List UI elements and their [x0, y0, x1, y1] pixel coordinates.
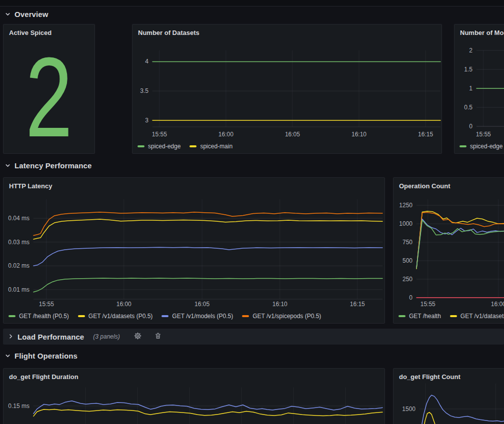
panel-number-of-models: Number of Models 15:5516:0016:0516:1016:…: [454, 24, 504, 154]
legend-swatch: [8, 315, 16, 317]
chart-http-latency[interactable]: 15:5516:0016:0516:1016:150.01 ms0.02 ms0…: [4, 178, 385, 324]
legend-swatch: [450, 315, 457, 317]
y-tick-label: 2: [469, 47, 472, 54]
y-tick-label: 3: [145, 117, 148, 124]
section-header-latency-performance[interactable]: Latency Performance: [5, 159, 92, 171]
y-tick-label: 1.5: [464, 66, 472, 73]
legend-number-of-models: spiced-edge: [460, 143, 502, 150]
top-navbar: [0, 0, 504, 6]
chart-do-get-flight-duration[interactable]: 0.15 ms: [4, 369, 385, 424]
legend-swatch: [138, 145, 144, 147]
series-line-do-get-p25: [34, 409, 382, 416]
legend-label: spiced-main: [200, 143, 232, 150]
legend-label: GET /v1/datasets: [460, 313, 504, 320]
x-tick-label: 15:55: [476, 131, 491, 138]
section-title-latency-performance: Latency Performance: [14, 161, 92, 170]
chart-do-get-flight-count[interactable]: 1500: [394, 369, 504, 424]
row-settings-button[interactable]: [133, 331, 142, 342]
series-line-get-v1-models-p0-5-: [34, 247, 382, 266]
x-tick-label: 15:55: [420, 301, 436, 308]
legend-number-of-datasets: spiced-edgespiced-main: [138, 143, 232, 150]
x-tick-label: 16:05: [285, 131, 300, 138]
legend-swatch: [78, 315, 85, 317]
chevron-down-icon: [5, 11, 10, 17]
stat-wrap: 2: [4, 41, 94, 153]
y-tick-label: 3.5: [140, 87, 148, 94]
legend-item-spiced-edge[interactable]: spiced-edge: [460, 143, 502, 150]
gear-icon: [134, 332, 142, 341]
legend-label: spiced-edge: [148, 143, 180, 150]
y-tick-label: 1250: [399, 202, 412, 209]
legend-label: GET /health: [409, 313, 441, 320]
series-line-get-v1-datasets-p0-5-: [34, 219, 382, 239]
legend-label: GET /v1/models (P0.5): [172, 313, 233, 320]
x-tick-label: 16:10: [352, 131, 366, 138]
legend-item-get-v1-datasets-p0-5-[interactable]: GET /v1/datasets (P0.5): [78, 313, 153, 320]
y-tick-label: 0.01 ms: [8, 286, 30, 293]
y-tick-label: 0: [469, 123, 472, 130]
legend-label: GET /v1/spicepods (P0.5): [252, 313, 321, 320]
section-title-flight-operations: Flight Operations: [14, 352, 78, 360]
legend-item-spiced-edge[interactable]: spiced-edge: [138, 143, 180, 150]
y-tick-label: 0: [409, 294, 412, 301]
chart-number-of-datasets[interactable]: 15:5516:0016:0516:1016:1533.54: [132, 24, 442, 154]
x-tick-label: 15:55: [39, 301, 54, 308]
x-tick-label: 16:15: [350, 301, 365, 308]
legend-item-get-v1-models-p0-5-[interactable]: GET /v1/models (P0.5): [162, 313, 233, 320]
section-header-load-performance[interactable]: Load Performance (3 panels): [3, 329, 504, 345]
series-line-get-health: [416, 220, 504, 269]
y-tick-label: 1: [469, 85, 472, 92]
legend-label: GET /v1/datasets (P0.5): [88, 313, 153, 320]
x-tick-label: 16:10: [272, 301, 288, 308]
legend-item-spiced-main[interactable]: spiced-main: [190, 143, 232, 150]
chevron-down-icon: [5, 353, 10, 359]
section-header-flight-operations[interactable]: Flight Operations: [5, 350, 78, 362]
x-tick-label: 16:00: [491, 301, 504, 308]
legend-swatch: [398, 315, 406, 317]
panel-operation-count: Operation Count 15:5516:0016:0516:1016:1…: [393, 177, 504, 324]
legend-label: GET /health (P0.5): [19, 313, 69, 320]
chart-number-of-models[interactable]: 15:5516:0016:0516:1016:1500.511.52: [454, 24, 504, 154]
y-tick-label: 750: [402, 239, 412, 246]
x-tick-label: 16:15: [418, 131, 433, 138]
panel-active-spiced: Active Spiced 2: [3, 24, 95, 154]
legend-item-get-v1-spicepods-p0-5-[interactable]: GET /v1/spicepods (P0.5): [242, 313, 321, 320]
panel-number-of-datasets: Number of Datasets 15:5516:0016:0516:101…: [132, 24, 442, 154]
series-line-get-health-p0-5-: [34, 278, 382, 292]
legend-http-latency: GET /health (P0.5)GET /v1/datasets (P0.5…: [8, 313, 321, 320]
legend-item-get-v1-datasets[interactable]: GET /v1/datasets: [450, 313, 504, 320]
y-tick-label: 1500: [402, 406, 416, 413]
section-title-load-performance: Load Performance: [18, 333, 84, 341]
legend-item-get-health-p0-5-[interactable]: GET /health (P0.5): [8, 313, 69, 320]
series-line-get-v1-models: [416, 219, 504, 268]
grafana-dashboard: Overview Active Spiced 2 Number of Datas…: [0, 0, 504, 424]
series-line-get-v1-spicepods: [416, 212, 504, 268]
y-tick-label: 0.5: [464, 104, 472, 111]
trash-icon: [154, 332, 162, 341]
chart-operation-count[interactable]: 15:5516:0016:0516:1016:15025050075010001…: [394, 178, 504, 324]
legend-swatch: [190, 145, 196, 147]
x-tick-label: 16:00: [116, 301, 132, 308]
series-line-do-get-count-b: [423, 413, 504, 424]
legend-operation-count: GET /healthGET /v1/datasets: [398, 313, 504, 320]
y-tick-label: 0.04 ms: [8, 215, 30, 222]
x-tick-label: 16:05: [194, 301, 210, 308]
x-tick-label: 16:00: [218, 131, 234, 138]
x-tick-label: 15:55: [152, 131, 167, 138]
y-tick-label: 0.15 ms: [8, 403, 30, 410]
y-tick-label: 0.03 ms: [8, 239, 30, 246]
series-line-do-get-p50: [34, 401, 382, 414]
panel-count-note: (3 panels): [93, 333, 120, 340]
legend-item-get-health[interactable]: GET /health: [398, 313, 441, 320]
chevron-right-icon: [8, 332, 14, 341]
panel-do-get-flight-count: do_get Flight Count 1500: [393, 368, 504, 424]
y-tick-label: 0.02 ms: [8, 262, 30, 269]
section-header-overview[interactable]: Overview: [5, 8, 48, 20]
y-tick-label: 250: [402, 276, 412, 283]
panel-do-get-flight-duration: do_get Flight Duration 0.15 ms: [3, 368, 385, 424]
section-title-overview: Overview: [14, 10, 48, 18]
series-line-get-v1-datasets: [416, 211, 504, 269]
chevron-down-icon: [5, 163, 10, 168]
y-tick-label: 500: [402, 257, 412, 264]
row-delete-button[interactable]: [154, 331, 162, 342]
